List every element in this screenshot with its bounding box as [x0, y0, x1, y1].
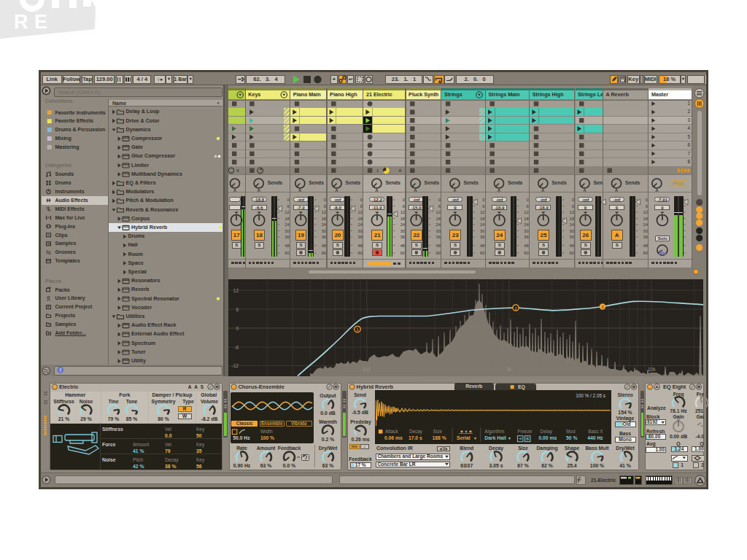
svg-text:E: E — [34, 11, 47, 33]
svg-text:R: R — [14, 11, 28, 33]
